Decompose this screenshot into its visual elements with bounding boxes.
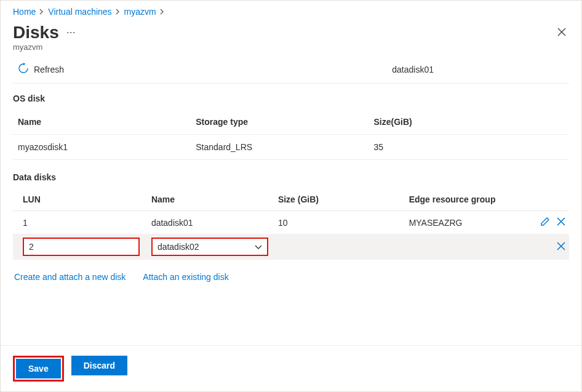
os-col-size: Size(GiB) — [369, 110, 569, 135]
refresh-label: Refresh — [34, 65, 64, 74]
lun-input-value: 2 — [29, 242, 34, 252]
breadcrumb-vms[interactable]: Virtual machines — [48, 7, 111, 17]
data-disk-lun: 1 — [13, 211, 146, 234]
os-disk-section-title: OS disk — [13, 94, 569, 103]
page-title: Disks — [13, 23, 59, 42]
more-menu-button[interactable]: ··· — [66, 26, 76, 39]
breadcrumb-home[interactable]: Home — [13, 7, 36, 17]
data-disk-size: 10 — [273, 211, 404, 234]
breadcrumb-vm[interactable]: myazvm — [124, 7, 156, 17]
os-disk-name: myazosdisk1 — [13, 135, 191, 160]
disk-name-select-value: datadisk02 — [157, 242, 199, 252]
data-disk-editing-row: 2 datadisk02 — [13, 234, 569, 260]
data-disk-name: datadisk01 — [146, 211, 273, 234]
page-subtitle: myazvm — [13, 42, 569, 52]
os-disk-size: 35 — [369, 135, 569, 160]
info-disk-label: datadisk01 — [392, 65, 434, 74]
data-disks-table: LUN Name Size (GiB) Edge resource group … — [13, 188, 569, 260]
discard-button[interactable]: Discard — [71, 356, 127, 375]
chevron-right-icon — [160, 7, 165, 17]
breadcrumb: Home Virtual machines myazvm — [13, 7, 569, 17]
chevron-right-icon — [39, 7, 44, 17]
dd-col-erg: Edge resource group — [404, 188, 525, 211]
refresh-icon — [18, 63, 29, 76]
data-disk-row: 1 datadisk01 10 MYASEAZRG — [13, 211, 569, 234]
refresh-button[interactable]: Refresh — [18, 63, 64, 76]
dd-col-name: Name — [146, 188, 273, 211]
dd-col-lun: LUN — [13, 188, 146, 211]
close-button[interactable] — [554, 25, 569, 41]
os-col-storage-type: Storage type — [191, 110, 369, 135]
create-attach-new-disk-link[interactable]: Create and attach a new disk — [14, 272, 126, 282]
chevron-right-icon — [116, 7, 121, 17]
data-disks-section-title: Data disks — [13, 172, 569, 182]
os-disk-table: Name Storage type Size(GiB) myazosdisk1 … — [13, 110, 569, 160]
delete-disk-button[interactable] — [556, 216, 567, 229]
dd-col-size: Size (GiB) — [273, 188, 404, 211]
os-disk-row: myazosdisk1 Standard_LRS 35 — [13, 135, 569, 160]
attach-existing-disk-link[interactable]: Attach an existing disk — [143, 272, 228, 282]
chevron-down-icon — [255, 242, 262, 252]
remove-new-disk-button[interactable] — [556, 241, 567, 254]
save-button[interactable]: Save — [16, 359, 61, 378]
footer: Save Discard — [1, 345, 581, 391]
lun-input[interactable]: 2 — [23, 238, 140, 256]
edit-disk-button[interactable] — [540, 216, 551, 229]
os-col-name: Name — [13, 110, 191, 135]
disk-name-select[interactable]: datadisk02 — [151, 238, 268, 256]
data-disk-erg: MYASEAZRG — [404, 211, 525, 234]
os-disk-storage-type: Standard_LRS — [191, 135, 369, 160]
